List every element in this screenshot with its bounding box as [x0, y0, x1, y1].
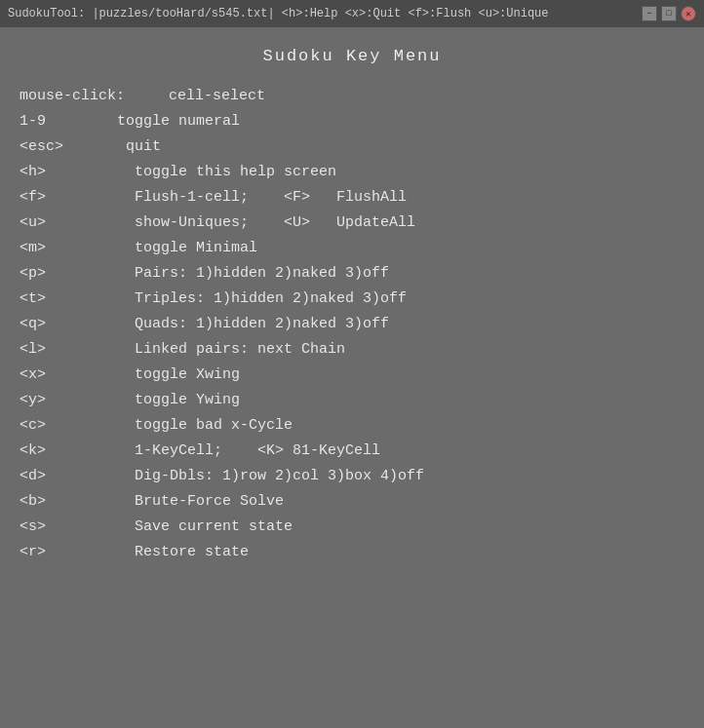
menu-key: <c>: [20, 414, 117, 438]
menu-desc: Pairs: 1)hidden 2)naked 3)off: [117, 262, 389, 286]
menu-row: <r> Restore state: [20, 541, 684, 564]
menu-key: <b>: [20, 490, 117, 514]
menu-key: <d>: [20, 465, 117, 488]
menu-desc: Flush-1-cell; <F> FlushAll: [117, 186, 407, 210]
menu-key: <k>: [20, 440, 117, 463]
close-button[interactable]: ✕: [681, 6, 696, 21]
menu-key: <p>: [20, 262, 117, 286]
menu-desc: toggle Xwing: [117, 364, 240, 387]
menu-row: <p> Pairs: 1)hidden 2)naked 3)off: [20, 262, 684, 286]
menu-key: <t>: [20, 287, 117, 311]
menu-desc: 1-KeyCell; <K> 81-KeyCell: [117, 440, 380, 463]
menu-row: <esc> quit: [20, 135, 684, 159]
menu-row: <u> show-Uniques; <U> UpdateAll: [20, 211, 684, 235]
menu-key: <esc>: [20, 135, 117, 159]
menu-row: <y> toggle Ywing: [20, 389, 684, 412]
menu-row: mouse-click: cell-select: [20, 85, 684, 108]
content-area: Sudoku Key Menu mouse-click: cell-select…: [0, 27, 704, 728]
menu-key: <r>: [20, 541, 117, 564]
title-bar-text: SudokuTool: |puzzles/tooHard/s545.txt| <…: [8, 7, 549, 20]
menu-row: <c> toggle bad x-Cycle: [20, 414, 684, 438]
menu-key: 1-9: [20, 110, 117, 134]
main-window: SudokuTool: |puzzles/tooHard/s545.txt| <…: [0, 0, 704, 728]
menu-desc: toggle this help screen: [117, 161, 336, 184]
menu-desc: toggle numeral: [117, 110, 240, 134]
menu-row: <k> 1-KeyCell; <K> 81-KeyCell: [20, 440, 684, 463]
menu-row: <q> Quads: 1)hidden 2)naked 3)off: [20, 313, 684, 336]
menu-desc: Linked pairs: next Chain: [117, 338, 345, 362]
menu-desc: Quads: 1)hidden 2)naked 3)off: [117, 313, 389, 336]
menu-desc: quit: [117, 135, 161, 159]
menu-key: <h>: [20, 161, 117, 184]
menu-row: <f> Flush-1-cell; <F> FlushAll: [20, 186, 684, 210]
menu-key: <q>: [20, 313, 117, 336]
menu-row: <s> Save current state: [20, 516, 684, 539]
menu-rows: mouse-click: cell-select1-9 toggle numer…: [20, 85, 684, 564]
title-bar: SudokuTool: |puzzles/tooHard/s545.txt| <…: [0, 0, 704, 27]
menu-desc: toggle Minimal: [117, 237, 257, 260]
menu-desc: show-Uniques; <U> UpdateAll: [117, 211, 415, 235]
menu-row: <t> Triples: 1)hidden 2)naked 3)off: [20, 287, 684, 311]
menu-desc: cell-select: [125, 85, 265, 108]
menu-row: <h> toggle this help screen: [20, 161, 684, 184]
menu-key: <y>: [20, 389, 117, 412]
menu-row: <x> toggle Xwing: [20, 364, 684, 387]
menu-key: <l>: [20, 338, 117, 362]
menu-row: <m> toggle Minimal: [20, 237, 684, 260]
maximize-button[interactable]: □: [661, 6, 677, 21]
menu-key: <s>: [20, 516, 117, 539]
menu-key: <x>: [20, 364, 117, 387]
menu-title: Sudoku Key Menu: [20, 43, 684, 69]
menu-row: 1-9 toggle numeral: [20, 110, 684, 134]
menu-desc: Restore state: [117, 541, 249, 564]
menu-key: <f>: [20, 186, 117, 210]
menu-desc: Triples: 1)hidden 2)naked 3)off: [117, 287, 407, 311]
menu-row: <l> Linked pairs: next Chain: [20, 338, 684, 362]
menu-key: mouse-click:: [20, 85, 125, 108]
title-bar-controls: − □ ✕: [642, 6, 696, 21]
menu-row: <b> Brute-Force Solve: [20, 490, 684, 514]
menu-desc: Brute-Force Solve: [117, 490, 284, 514]
menu-desc: Dig-Dbls: 1)row 2)col 3)box 4)off: [117, 465, 424, 488]
menu-desc: Save current state: [117, 516, 293, 539]
menu-key: <m>: [20, 237, 117, 260]
menu-row: <d> Dig-Dbls: 1)row 2)col 3)box 4)off: [20, 465, 684, 488]
menu-desc: toggle Ywing: [117, 389, 240, 412]
menu-key: <u>: [20, 211, 117, 235]
menu-desc: toggle bad x-Cycle: [117, 414, 293, 438]
minimize-button[interactable]: −: [642, 6, 657, 21]
